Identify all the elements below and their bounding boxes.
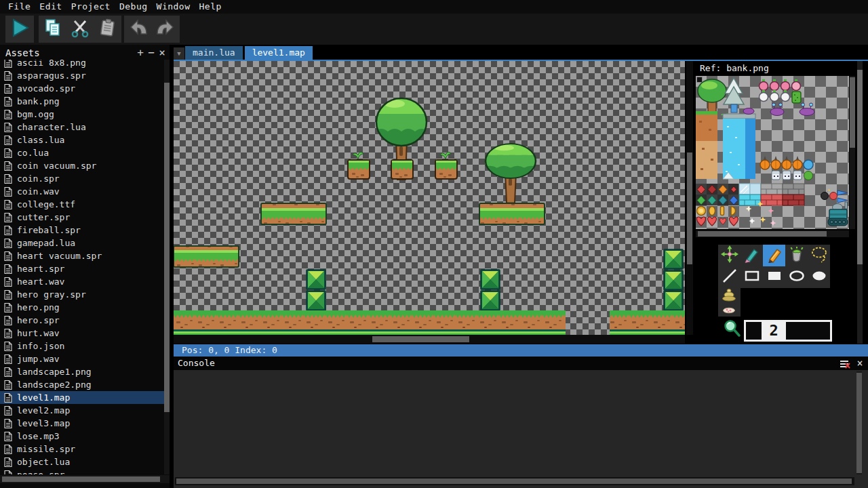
asset-item-heart-wav[interactable]: heart.wav bbox=[0, 275, 164, 288]
menu-item-project[interactable]: Project bbox=[71, 0, 111, 14]
asset-item-landscape2-png[interactable]: landscape2.png bbox=[0, 378, 164, 391]
asset-item-label: fireball.spr bbox=[17, 225, 81, 235]
tileset-horizontal-scrollbar[interactable] bbox=[696, 230, 849, 237]
asset-item-class-lua[interactable]: class.lua bbox=[0, 134, 164, 146]
asset-item-character-lua[interactable]: character.lua bbox=[0, 121, 164, 134]
undo-button[interactable] bbox=[125, 17, 151, 41]
asset-item-object-lua[interactable]: object.lua bbox=[0, 455, 164, 468]
asset-item-pease-spr[interactable]: pease.spr bbox=[0, 468, 164, 474]
move-tool-button[interactable] bbox=[718, 245, 741, 266]
canvas-vertical-scrollbar[interactable] bbox=[686, 61, 693, 335]
assets-close-button[interactable]: × bbox=[157, 46, 167, 59]
menu-item-edit[interactable]: Edit bbox=[39, 0, 62, 14]
asset-item-heart-vacuum-spr[interactable]: heart vacuum.spr bbox=[0, 249, 164, 262]
asset-item-hero-png[interactable]: hero.png bbox=[0, 301, 164, 314]
lasso-tool-button[interactable] bbox=[808, 245, 830, 266]
menu-item-help[interactable]: Help bbox=[199, 0, 222, 14]
panel-vertical-scrollbar[interactable] bbox=[857, 61, 863, 344]
asset-item-cutter-spr[interactable]: cutter.spr bbox=[0, 211, 164, 224]
asset-item-hero-gray-spr[interactable]: hero gray.spr bbox=[0, 288, 164, 301]
zoom-tool-button[interactable] bbox=[723, 319, 742, 342]
zoom-level-value: 2 bbox=[762, 322, 786, 340]
zoom-level-box[interactable]: 2 bbox=[744, 320, 832, 342]
file-icon bbox=[4, 200, 12, 209]
asset-item-gamepad-lua[interactable]: gamepad.lua bbox=[0, 237, 164, 249]
console-horizontal-scrollbar[interactable] bbox=[175, 477, 854, 485]
map-tree bbox=[484, 142, 538, 203]
map-ground bbox=[174, 310, 566, 335]
file-icon bbox=[4, 84, 12, 94]
asset-item-info-json[interactable]: info.json bbox=[0, 340, 164, 352]
ellipse-outline-tool-button[interactable] bbox=[785, 266, 808, 288]
copy-icon bbox=[43, 18, 63, 41]
assets-horizontal-scrollbar[interactable] bbox=[0, 475, 170, 483]
asset-item-hurt-wav[interactable]: hurt.wav bbox=[0, 327, 164, 340]
asset-item-label: avocado.spr bbox=[17, 83, 75, 94]
asset-item-lose-mp3[interactable]: lose.mp3 bbox=[0, 430, 164, 443]
file-icon bbox=[4, 290, 12, 300]
asset-item-label: coin.spr bbox=[17, 174, 60, 184]
tab-list-dropdown-button[interactable]: ▼ bbox=[174, 47, 184, 60]
map-spike bbox=[664, 270, 683, 290]
asset-item-coin-wav[interactable]: coin.wav bbox=[0, 185, 164, 198]
asset-item-level2-map[interactable]: level2.map bbox=[0, 404, 164, 417]
asset-item-missile-spr[interactable]: missile.spr bbox=[0, 443, 164, 455]
asset-item-ascii-8x8-png[interactable]: ascii 8x8.png bbox=[0, 60, 164, 69]
cut-button[interactable] bbox=[67, 17, 93, 41]
map-spike bbox=[664, 249, 683, 269]
stamp-tool-button[interactable] bbox=[718, 288, 741, 317]
paste-button[interactable] bbox=[94, 17, 120, 41]
assets-add-button[interactable]: + bbox=[136, 46, 145, 59]
assets-minimize-button[interactable]: − bbox=[146, 46, 156, 59]
asset-item-bgm-ogg[interactable]: bgm.ogg bbox=[0, 108, 164, 121]
file-icon bbox=[4, 161, 12, 171]
file-icon bbox=[4, 277, 12, 287]
asset-item-landscape1-png[interactable]: landscape1.png bbox=[0, 365, 164, 378]
asset-item-coin-spr[interactable]: coin.spr bbox=[0, 172, 164, 185]
assets-vertical-scrollbar[interactable] bbox=[164, 60, 170, 474]
asset-item-jump-wav[interactable]: jump.wav bbox=[0, 352, 164, 365]
tileset-vertical-scrollbar[interactable] bbox=[850, 76, 855, 229]
asset-item-level1-map[interactable]: level1.map bbox=[0, 391, 164, 404]
canvas-horizontal-scrollbar[interactable] bbox=[174, 335, 685, 344]
tileset-image[interactable] bbox=[696, 76, 849, 229]
copy-button[interactable] bbox=[40, 17, 66, 41]
asset-item-level3-map[interactable]: level3.map bbox=[0, 417, 164, 430]
asset-item-hero-spr[interactable]: hero.spr bbox=[0, 314, 164, 327]
asset-item-fireball-spr[interactable]: fireball.spr bbox=[0, 224, 164, 237]
menu-item-debug[interactable]: Debug bbox=[119, 0, 148, 14]
asset-item-bank-png[interactable]: bank.png bbox=[0, 95, 164, 108]
asset-item-asparagus-spr[interactable]: asparagus.spr bbox=[0, 69, 164, 82]
clipboard-icon bbox=[97, 18, 117, 41]
pencil-tool-button[interactable] bbox=[763, 245, 785, 266]
console-close-button[interactable]: × bbox=[854, 357, 865, 370]
asset-item-avocado-spr[interactable]: avocado.spr bbox=[0, 82, 164, 95]
tab-level1-map[interactable]: level1.map bbox=[245, 46, 313, 60]
console-vertical-scrollbar[interactable] bbox=[856, 371, 862, 474]
undo-icon bbox=[127, 18, 149, 41]
map-canvas[interactable] bbox=[174, 61, 685, 335]
menu-item-file[interactable]: File bbox=[8, 0, 31, 14]
console-output[interactable] bbox=[174, 370, 856, 476]
menu-item-window[interactable]: Window bbox=[157, 0, 191, 14]
rect-outline-tool-button[interactable] bbox=[741, 266, 763, 288]
eraser-tool-button[interactable] bbox=[741, 245, 763, 266]
file-icon bbox=[4, 60, 12, 68]
asset-item-label: bank.png bbox=[17, 96, 60, 106]
asset-item-label: hero gray.spr bbox=[17, 289, 86, 300]
tab-main-lua[interactable]: main.lua bbox=[185, 46, 243, 60]
fill-tool-button[interactable] bbox=[785, 245, 808, 266]
ellipse-filled-tool-button[interactable] bbox=[808, 266, 830, 288]
console-title: Console bbox=[178, 357, 215, 370]
redo-button[interactable] bbox=[153, 17, 178, 41]
asset-item-co-lua[interactable]: co.lua bbox=[0, 146, 164, 159]
ellipse-filled-icon bbox=[810, 267, 828, 287]
asset-item-college-ttf[interactable]: college.ttf bbox=[0, 198, 164, 211]
asset-item-heart-spr[interactable]: heart.spr bbox=[0, 262, 164, 275]
asset-item-coin-vacuum-spr[interactable]: coin vacuum.spr bbox=[0, 159, 164, 172]
rect-filled-tool-button[interactable] bbox=[763, 266, 785, 288]
run-button[interactable] bbox=[7, 17, 33, 41]
line-tool-button[interactable] bbox=[718, 266, 741, 288]
file-icon bbox=[4, 97, 12, 106]
status-bar: Pos: 0, 0 Index: 0 bbox=[174, 344, 868, 357]
